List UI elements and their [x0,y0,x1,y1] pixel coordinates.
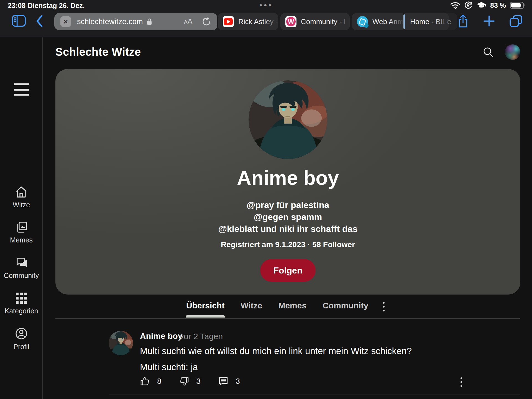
divider [109,395,520,395]
sidebar-item-community[interactable]: Community [0,257,43,280]
url-text: schlechtewitze.com [77,17,143,26]
reader-text-size-button[interactable]: AA [184,17,192,26]
bio-line: @kleblatt und niki ihr schafft das [55,223,520,235]
thumbs-down-icon[interactable] [179,376,189,386]
tab-memes[interactable]: Memes [278,301,306,318]
status-icons: 83 % [450,1,526,9]
person-circle-icon [15,327,28,340]
sidebar-item-witze[interactable]: Witze [0,186,43,209]
profile-card: Anime boy @pray für palestina @gegen spa… [55,69,520,295]
tab-community[interactable]: Community [323,301,368,318]
profile-name: Anime boy [55,167,520,189]
tab-overflow[interactable]: e [442,13,457,30]
profile-tabs: Übersicht Witze Memes Community [186,301,368,318]
divider [55,318,520,319]
reload-icon[interactable] [202,17,211,27]
tabs-more-icon[interactable] [383,302,385,311]
bio-line: @gegen spamm [55,211,520,223]
tab-witze[interactable]: Witze [241,301,262,318]
bio-line: @pray für palestina [55,199,520,211]
sidebar-item-kategorien[interactable]: Kategorien [0,292,43,315]
post-more-icon[interactable] [461,377,462,387]
wattpad-favicon: W [285,16,296,27]
youtube-favicon [223,16,234,27]
sidebar-item-profil[interactable]: Profil [0,327,43,351]
menu-icon[interactable] [14,83,29,96]
comments-icon[interactable] [218,376,228,386]
back-icon[interactable] [35,15,43,28]
home-icon [15,186,28,198]
account-avatar[interactable] [505,44,520,60]
tab-rick-astley[interactable]: Rick Astley - N [218,13,278,30]
search-icon[interactable] [483,47,494,59]
safari-toolbar: × schlechtewitze.com AA Rick Astley - N [0,11,532,37]
rotation-lock-icon [464,1,472,9]
share-icon[interactable] [457,14,469,28]
toolbar-right-icons [457,14,523,28]
address-bar[interactable]: × schlechtewitze.com AA [54,13,217,30]
thumbs-up-icon[interactable] [140,376,150,386]
new-tab-icon[interactable] [483,15,495,27]
post-text: Multi suchti: ja [140,362,198,372]
battery-icon [510,1,526,9]
page-title: Schlechte Witze [55,46,141,58]
site-sidebar: Witze Memes Community Kategorien [0,37,43,399]
battery-percent: 83 % [490,1,506,9]
status-bar: 23:08 Dienstag 26. Dez. ••• 83 [0,0,532,11]
chat-bubbles-icon [15,257,28,269]
close-page-icon[interactable]: × [60,16,71,27]
grid-icon [15,292,27,304]
sidebar-item-memes[interactable]: Memes [0,221,43,244]
like-count: 8 [157,377,162,386]
browser-chrome: 23:08 Dienstag 26. Dez. ••• 83 [0,0,532,37]
post-text: Multi suchti wie oft willst du mich ein … [140,346,412,356]
tab-web-anmelden[interactable]: Web Anmelde [352,13,403,30]
ipad-safari-screen: 23:08 Dienstag 26. Dez. ••• 83 [0,0,532,399]
dislike-count: 3 [196,377,201,386]
lock-icon [146,18,152,25]
profile-avatar[interactable] [249,80,327,159]
clock: 23:08 [8,2,25,10]
profile-meta: Registriert am 9.1.2023 · 58 Follower [55,240,520,249]
web-anmelden-favicon [357,16,368,27]
tab-overview-icon[interactable] [509,15,523,27]
graduation-cap-icon [476,1,486,9]
multitasking-dots-icon[interactable]: ••• [259,1,273,10]
tab-uebersicht[interactable]: Übersicht [186,301,224,318]
sidebar-toggle-icon[interactable] [12,14,26,28]
tab-community[interactable]: W Community - I [280,13,350,30]
post-timestamp: vor 2 Tagen [180,332,223,341]
wifi-icon [450,1,460,9]
post-author-avatar[interactable] [109,331,133,355]
follow-button[interactable]: Folgen [260,259,316,282]
profile-bio: @pray für palestina @gegen spamm @klebla… [55,199,520,235]
post-author-name[interactable]: Anime boy [140,331,182,341]
comment-count: 3 [236,377,240,386]
post-actions: 8 3 3 [140,376,250,386]
images-icon [15,221,28,233]
status-date: Dienstag 26. Dez. [28,2,85,10]
